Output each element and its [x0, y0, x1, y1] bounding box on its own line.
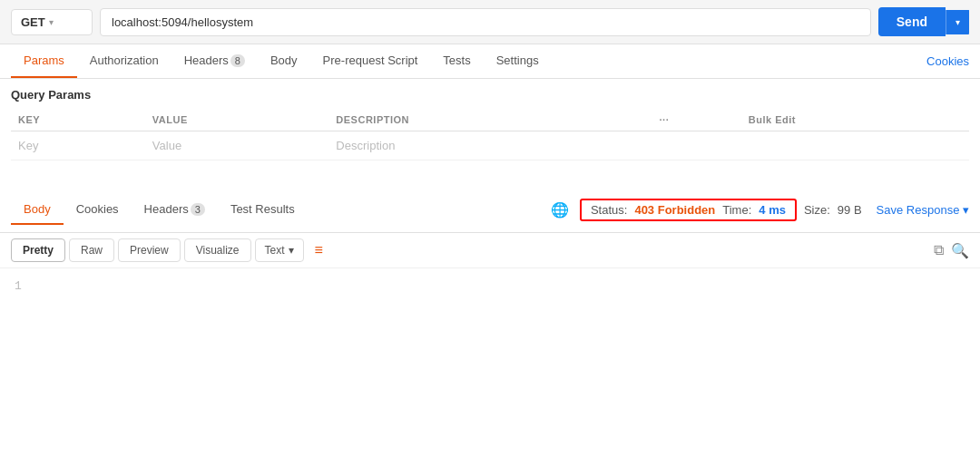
status-label: Status:	[591, 203, 627, 217]
col-description: DESCRIPTION	[328, 109, 652, 131]
send-button[interactable]: Send	[878, 7, 946, 36]
top-bar: GET ▾ Send ▾	[0, 0, 980, 44]
col-dots: ···	[652, 109, 741, 131]
key-cell[interactable]: Key	[11, 131, 145, 160]
method-select[interactable]: GET ▾	[11, 9, 93, 35]
status-value: 403 Forbidden	[634, 203, 715, 217]
time-label: Time:	[722, 203, 751, 217]
send-button-group: Send ▾	[878, 7, 969, 36]
copy-icon[interactable]: ⧉	[934, 242, 944, 258]
query-params-title: Query Params	[11, 88, 969, 102]
resp-headers-badge: 3	[191, 203, 205, 216]
size-label: Size:	[804, 203, 830, 217]
search-icon[interactable]: 🔍	[951, 242, 969, 259]
cookies-link[interactable]: Cookies	[926, 54, 969, 68]
dots-cell	[652, 131, 741, 160]
tab-headers[interactable]: Headers8	[172, 44, 258, 78]
col-value: VALUE	[145, 109, 329, 131]
status-box: Status: 403 Forbidden Time: 4 ms	[580, 199, 797, 221]
send-dropdown-button[interactable]: ▾	[946, 10, 969, 34]
request-tabs-row: Params Authorization Headers8 Body Pre-r…	[0, 44, 980, 79]
table-row: Key Value Description	[11, 131, 969, 160]
tab-settings[interactable]: Settings	[484, 44, 552, 78]
response-header: Body Cookies Headers3 Test Results 🌐 Sta…	[0, 188, 980, 233]
format-btn-preview[interactable]: Preview	[118, 238, 181, 262]
response-meta: 🌐 Status: 403 Forbidden Time: 4 ms Size:…	[551, 199, 969, 221]
resp-tab-cookies[interactable]: Cookies	[64, 195, 132, 225]
resp-tab-body[interactable]: Body	[11, 195, 64, 225]
wrap-icon[interactable]: ≡	[315, 242, 323, 258]
bulk-cell	[741, 131, 969, 160]
value-cell[interactable]: Value	[145, 131, 329, 160]
method-label: GET	[21, 15, 45, 29]
format-right: ⧉ 🔍	[926, 242, 969, 259]
format-btn-raw[interactable]: Raw	[69, 238, 114, 262]
resp-tab-test-results[interactable]: Test Results	[218, 195, 308, 225]
tab-authorization[interactable]: Authorization	[77, 44, 172, 78]
description-cell[interactable]: Description	[328, 131, 652, 160]
tab-body[interactable]: Body	[258, 44, 310, 78]
line-number-1: 1	[15, 279, 22, 293]
col-key: KEY	[11, 109, 145, 131]
save-response-button[interactable]: Save Response ▾	[877, 203, 969, 217]
tab-tests[interactable]: Tests	[430, 44, 483, 78]
spacer	[0, 160, 980, 188]
format-btn-visualize[interactable]: Visualize	[184, 238, 251, 262]
url-input[interactable]	[100, 8, 871, 36]
time-value: 4 ms	[759, 203, 786, 217]
format-btn-pretty[interactable]: Pretty	[11, 238, 65, 262]
request-tabs: Params Authorization Headers8 Body Pre-r…	[11, 44, 926, 78]
query-params-section: Query Params KEY VALUE DESCRIPTION ··· B…	[0, 79, 980, 160]
resp-tab-headers[interactable]: Headers3	[132, 195, 218, 225]
response-tabs: Body Cookies Headers3 Test Results	[11, 195, 551, 225]
headers-badge: 8	[230, 54, 245, 67]
code-area: 1	[0, 268, 980, 341]
col-bulk-edit[interactable]: Bulk Edit	[741, 109, 969, 131]
method-chevron-icon: ▾	[49, 17, 54, 27]
tab-params[interactable]: Params	[11, 44, 77, 78]
params-table: KEY VALUE DESCRIPTION ··· Bulk Edit Key …	[11, 109, 969, 160]
size-value: 99 B	[838, 203, 862, 217]
tab-prerequest[interactable]: Pre-request Script	[310, 44, 431, 78]
format-bar: Pretty Raw Preview Visualize Text ▾ ≡ ⧉ …	[0, 233, 980, 268]
globe-icon: 🌐	[551, 201, 569, 219]
format-type-dropdown[interactable]: Text ▾	[255, 238, 304, 262]
